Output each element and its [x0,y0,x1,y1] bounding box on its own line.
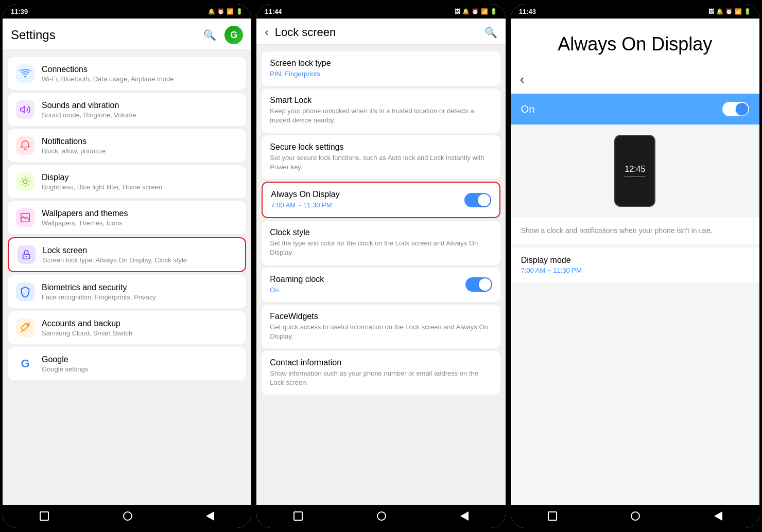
settings-item-wallpapers[interactable]: Wallpapers and themes Wallpapers, Themes… [8,201,246,234]
nav-back-3[interactable] [704,509,733,523]
alarm3-icon: ⏰ [725,8,733,15]
biometrics-subtitle: Face recognition, Fingerprints, Privacy [42,293,238,301]
lock-item-clockstyle[interactable]: Clock style Set the type and color for t… [262,221,500,264]
aod-back-row: ‹ [511,65,759,94]
lockscreen-text: Lock screen Screen lock type, Always On … [43,246,237,264]
battery2-icon: 🔋 [490,8,497,15]
lock-item-contactinfo[interactable]: Contact information Show information suc… [262,351,500,395]
aod-toggle-knob [478,194,490,206]
svg-point-3 [26,256,27,257]
facewidgets-title: FaceWidgets [270,312,492,321]
lockscreen-content: ‹ Lock screen 🔍 Screen lock type PIN, Fi… [256,19,505,505]
back-button-2[interactable]: ‹ [265,26,268,39]
screen-lock-type-title: Screen lock type [270,59,492,68]
notifications-text: Notifications Block, allow, prioritize [42,137,238,155]
aod-content: Always On Display ‹ On 12:45 Show a cloc… [511,19,759,505]
accounts-icon [16,318,34,337]
avatar[interactable]: G [224,26,243,44]
nav-back-1[interactable] [196,509,224,523]
settings-item-accounts[interactable]: Accounts and backup Samsung Cloud, Smart… [8,311,246,344]
clock-style-subtitle: Set the type and color for the clock on … [270,239,492,257]
screen-lock-type-subtitle: PIN, Fingerprints [270,69,492,79]
notifications-subtitle: Block, allow, prioritize [42,147,238,155]
settings-header-icons: 🔍 G [203,26,243,44]
google-text: Google Google settings [42,355,238,373]
nav-home-1[interactable] [113,509,143,523]
aod-back-button[interactable]: ‹ [520,72,525,87]
biometrics-icon [16,282,34,301]
aod-subtitle: 7:00 AM ~ 11:30 PM [271,201,339,210]
settings-content: Settings 🔍 G Connections Wi-Fi, Bluetoot… [3,19,251,505]
lock-search-icon[interactable]: 🔍 [484,26,497,39]
lock-item-aod[interactable]: Always On Display 7:00 AM ~ 11:30 PM [262,182,500,218]
status-icons-2: 🖼 🔔 ⏰ 📶 🔋 [455,8,497,15]
phone-mockup-time: 12:45 [625,165,645,174]
contact-info-title: Contact information [270,358,492,367]
settings-item-google[interactable]: G Google Google settings [8,347,246,380]
aod-toggle-label: On [521,103,535,115]
accounts-text: Accounts and backup Samsung Cloud, Smart… [42,319,238,337]
bottom-nav-1 [3,505,251,528]
aod-main-toggle[interactable] [722,102,749,116]
settings-item-connections[interactable]: Connections Wi-Fi, Bluetooth, Data usage… [8,57,246,90]
settings-item-display[interactable]: Display Brightness, Blue light filter, H… [8,165,246,198]
sounds-text: Sounds and vibration Sound mode, Rington… [42,101,238,119]
roaming-toggle-knob [479,278,491,291]
biometrics-title: Biometrics and security [42,283,238,292]
time-2: 11:44 [265,8,282,15]
status-bar-1: 11:39 🔔 ⏰ 📶 🔋 [3,4,251,19]
roaming-toggle[interactable] [465,277,492,292]
nav-recent-2[interactable] [283,509,313,523]
lock-item-smartlock[interactable]: Smart Lock Keep your phone unlocked when… [262,88,500,132]
nav-home-2[interactable] [367,509,396,523]
roaming-text-group: Roaming clock On [270,275,324,295]
connections-subtitle: Wi-Fi, Bluetooth, Data usage, Airplane m… [42,75,238,83]
aod-title-item: Always On Display [271,190,339,199]
wallpapers-text: Wallpapers and themes Wallpapers, Themes… [42,209,238,227]
bottom-nav-2 [256,505,505,528]
notification3-icon: 🔔 [716,8,723,15]
panel1-settings: 11:39 🔔 ⏰ 📶 🔋 Settings 🔍 G [3,4,251,528]
lock-item-screenlocktype[interactable]: Screen lock type PIN, Fingerprints [262,51,500,86]
display-mode-value: 7:00 AM ~ 11:30 PM [521,267,749,274]
aod-toggle-row: On [511,94,759,125]
lock-screen-title: Lock screen [275,26,478,39]
wallpapers-icon [16,208,34,227]
nav-home-3[interactable] [620,509,650,523]
settings-list: Connections Wi-Fi, Bluetooth, Data usage… [3,50,251,387]
roaming-clock-title: Roaming clock [270,275,324,284]
gallery-icon: 🖼 [455,8,460,14]
phone-mockup: 12:45 [614,135,655,207]
nav-back-2[interactable] [450,509,479,523]
nav-recent-1[interactable] [29,509,59,523]
smart-lock-title: Smart Lock [270,96,492,105]
sounds-icon [16,100,34,119]
search-icon[interactable]: 🔍 [203,29,216,41]
lock-item-securelock[interactable]: Secure lock settings Set your secure loc… [262,135,500,179]
settings-item-sounds[interactable]: Sounds and vibration Sound mode, Rington… [8,93,246,126]
lock-item-facewidgets[interactable]: FaceWidgets Get quick access to useful i… [262,305,500,348]
notification-icon: 🔔 [208,8,215,15]
status-bar-3: 11:43 🖼 🔔 ⏰ 📶 🔋 [511,4,759,19]
aod-display-mode[interactable]: Display mode 7:00 AM ~ 11:30 PM [511,247,759,282]
aod-description: Show a clock and notifications when your… [511,217,759,244]
alarm2-icon: ⏰ [472,8,479,15]
settings-item-biometrics[interactable]: Biometrics and security Face recognition… [8,275,246,308]
lock-list: Screen lock type PIN, Fingerprints Smart… [256,45,505,401]
biometrics-text: Biometrics and security Face recognition… [42,283,238,301]
connections-title: Connections [42,65,238,74]
google-icon: G [16,354,34,373]
accounts-title: Accounts and backup [42,319,238,328]
lock-item-roaming[interactable]: Roaming clock On [262,268,500,302]
wifi3-icon: 📶 [735,8,742,15]
nav-recent-3[interactable] [538,509,567,523]
lockscreen-title: Lock screen [43,246,237,255]
wifi2-icon: 📶 [481,8,488,15]
display-subtitle: Brightness, Blue light filter, Home scre… [42,183,238,191]
aod-toggle[interactable] [464,193,491,207]
clock-style-title: Clock style [270,228,492,237]
connections-text: Connections Wi-Fi, Bluetooth, Data usage… [42,65,238,83]
settings-item-notifications[interactable]: Notifications Block, allow, prioritize [8,129,246,162]
connections-icon [16,64,34,83]
settings-item-lockscreen[interactable]: Lock screen Screen lock type, Always On … [8,237,246,272]
